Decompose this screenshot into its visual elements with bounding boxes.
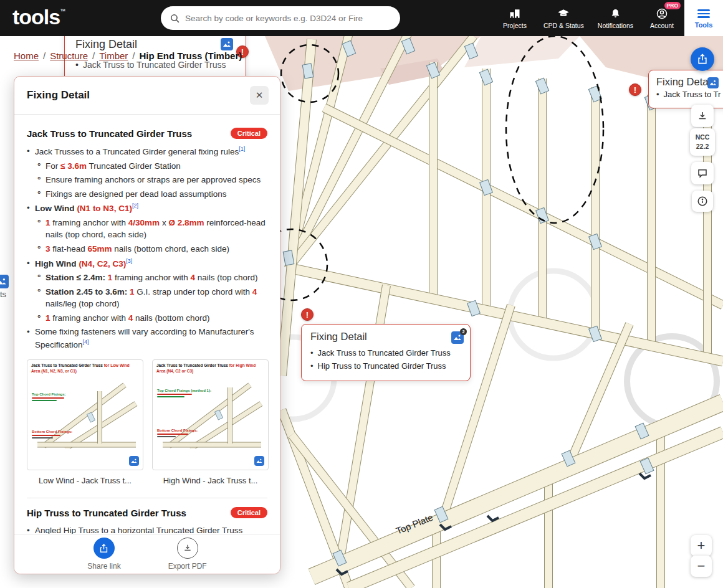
clipped-popup-fragment[interactable]: ts [0, 275, 9, 291]
clipped-text: ts [0, 290, 6, 299]
critical-badge: Critical [231, 128, 267, 139]
top-app-bar: tools™ Projects CPD & Status [0, 0, 723, 36]
thumbnail-high-wind[interactable]: Jack Truss to Truncated Girder Truss for… [152, 359, 269, 485]
section-divider [27, 498, 267, 498]
popup-item: •Hip Truss to Truncated Girder Truss [310, 359, 461, 372]
thumbnail-caption: Low Wind - Jack Truss t... [27, 476, 143, 485]
bullet-item: °Fixings are designed per dead load assu… [27, 188, 267, 201]
modal-header: Fixing Detail ✕ [14, 77, 280, 115]
comment-icon [697, 168, 708, 179]
breadcrumb-current: Hip End Truss (Timber) [140, 50, 242, 61]
critical-badge: Critical [231, 507, 267, 518]
download-icon [697, 110, 708, 121]
popup-title: Fixing Detail [310, 331, 461, 343]
fixing-detail-popup-center[interactable]: Fixing Detail 2 •Jack Truss to Truncated… [301, 324, 471, 381]
app-root: Top Plate Fixing Detail •Jack Truss to T… [0, 0, 723, 588]
comments-button[interactable] [691, 162, 714, 184]
bullet-item: °3 flat-head 65mm nails (bottom chord, e… [27, 243, 267, 255]
bullet-item: °Station 2.45 to 3.6m: 1 G.I. strap unde… [27, 286, 267, 310]
image-stack-icon: 2 [451, 331, 464, 344]
image-count-badge: 2 [460, 328, 467, 335]
info-icon [697, 196, 708, 207]
thumbnail-low-wind[interactable]: Jack Truss to Truncated Girder Truss for… [27, 359, 143, 485]
search-input[interactable] [185, 14, 391, 23]
bullet-item: °For ≤ 3.6m Truncated Girder Station [27, 160, 267, 173]
image-icon [254, 456, 264, 466]
breadcrumb-home[interactable]: Home [14, 50, 39, 61]
modal-footer: Share link Export PDF [14, 534, 280, 574]
app-logo[interactable]: tools™ [12, 5, 65, 29]
share-fab-button[interactable] [691, 47, 714, 71]
zoom-out-button[interactable]: − [691, 556, 712, 577]
hamburger-icon [697, 7, 710, 20]
nav-cpd-status[interactable]: CPD & Status [543, 4, 584, 32]
header-nav: Projects CPD & Status Notifications PRO [500, 4, 677, 32]
bullet-item: •Some fixing fasteners will vary accordi… [27, 326, 267, 351]
zoom-in-button[interactable]: + [691, 535, 712, 556]
fixing-rules-list: •Jack Trusses to a Truncated Girder gene… [27, 145, 267, 351]
bullet-item: •Angled Hip Truss to a horizontal Trunca… [27, 524, 267, 534]
popup-item: •Jack Truss to Truncated Girder Truss [310, 346, 461, 359]
search-icon [170, 13, 180, 24]
download-button[interactable] [691, 105, 714, 127]
fixing-detail-popup-topright[interactable]: Fixing Detail •Jack Truss to Tr [648, 70, 723, 108]
fixing-rules-list: •Angled Hip Truss to a horizontal Trunca… [27, 524, 267, 534]
bullet-item: •Low Wind (N1 to N3, C1)[2] [27, 202, 267, 215]
popup-title: Fixing Detail [75, 38, 235, 51]
global-search [161, 6, 400, 30]
nav-projects[interactable]: Projects [500, 4, 530, 32]
critical-alert-marker[interactable]: ! [629, 83, 641, 96]
section-heading: Jack Truss to Truncated Girder Truss [27, 128, 192, 139]
nav-account[interactable]: PRO Account [647, 4, 677, 32]
pro-badge: PRO [664, 2, 681, 9]
buildings-icon [509, 7, 521, 20]
bullet-item: •Jack Trusses to a Truncated Girder gene… [27, 145, 267, 158]
nav-notifications[interactable]: Notifications [598, 4, 633, 32]
bullet-item: °Station ≤ 2.4m: 1 framing anchor with 4… [27, 272, 267, 284]
info-button[interactable] [692, 191, 713, 212]
section-heading: Hip Truss to Truncated Girder Truss [27, 508, 186, 518]
image-icon [0, 275, 9, 288]
export-pdf-icon [183, 543, 193, 553]
graduation-cap-icon [557, 7, 570, 20]
breadcrumb-structure[interactable]: Structure [50, 50, 88, 61]
bullet-item: °Ensure framing anchors or straps are pe… [27, 174, 267, 186]
modal-title: Fixing Detail [27, 89, 90, 102]
share-link-button[interactable]: Share link [87, 538, 120, 571]
thumbnail-caption: High Wind - Jack Truss t... [152, 476, 269, 485]
bullet-item: °1 framing anchor with 4/30mm x Ø 2.8mm … [27, 217, 267, 241]
share-icon [98, 543, 109, 554]
bullet-item: •High Wind (N4, C2, C3)[3] [27, 257, 267, 270]
bell-icon [610, 7, 621, 20]
tools-menu-button[interactable]: Tools [684, 0, 723, 36]
breadcrumb: Home/Structure/Timber/Hip End Truss (Tim… [14, 50, 242, 61]
export-pdf-button[interactable]: Export PDF [168, 538, 207, 571]
image-icon [707, 77, 719, 88]
image-icon [221, 38, 233, 50]
bullet-item: °1 framing anchor with 4 nails (bottom c… [27, 312, 267, 325]
modal-body[interactable]: Jack Truss to Truncated Girder Truss Cri… [14, 115, 280, 534]
share-icon [696, 53, 709, 65]
image-icon [129, 456, 139, 466]
ncc-version-button[interactable]: NCC 22.2 [690, 128, 715, 156]
close-button[interactable]: ✕ [250, 86, 269, 105]
fixing-detail-modal: Fixing Detail ✕ Jack Truss to Truncated … [14, 76, 280, 574]
critical-alert-marker[interactable]: ! [301, 308, 314, 321]
breadcrumb-timber[interactable]: Timber [99, 50, 128, 61]
